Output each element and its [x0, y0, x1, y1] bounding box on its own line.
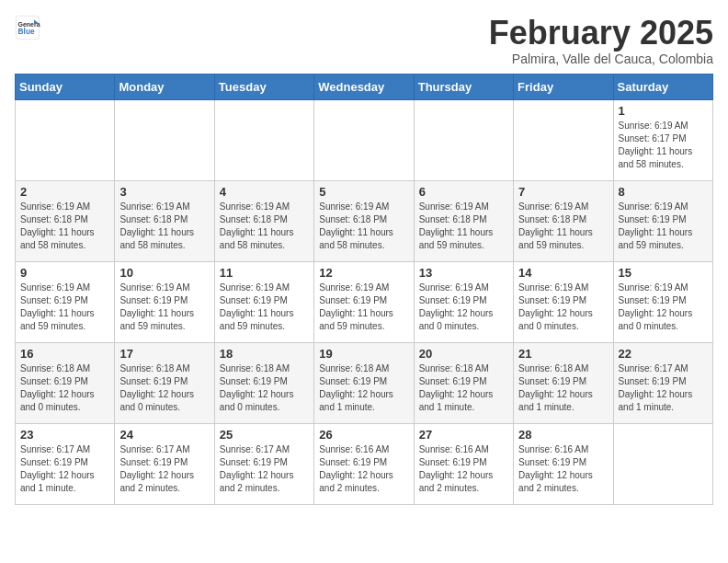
- calendar-subtitle: Palmira, Valle del Cauca, Colombia: [489, 52, 713, 66]
- logo: General Blue: [15, 15, 40, 40]
- calendar-cell: 17Sunrise: 6:18 AM Sunset: 6:19 PM Dayli…: [115, 342, 214, 423]
- weekday-header-thursday: Thursday: [414, 74, 513, 99]
- svg-text:Blue: Blue: [18, 27, 35, 36]
- day-info: Sunrise: 6:19 AM Sunset: 6:19 PM Dayligh…: [220, 282, 309, 333]
- calendar-cell: 13Sunrise: 6:19 AM Sunset: 6:19 PM Dayli…: [414, 261, 513, 342]
- day-info: Sunrise: 6:17 AM Sunset: 6:19 PM Dayligh…: [619, 362, 708, 414]
- calendar-cell: 27Sunrise: 6:16 AM Sunset: 6:19 PM Dayli…: [414, 423, 513, 504]
- day-number: 21: [518, 347, 608, 361]
- day-number: 11: [220, 266, 309, 280]
- day-number: 7: [518, 185, 608, 199]
- calendar-cell: [16, 99, 115, 180]
- day-info: Sunrise: 6:16 AM Sunset: 6:19 PM Dayligh…: [518, 443, 608, 495]
- day-info: Sunrise: 6:18 AM Sunset: 6:19 PM Dayligh…: [319, 362, 408, 414]
- day-number: 6: [419, 185, 508, 199]
- page-header: General Blue February 2025 Palmira, Vall…: [15, 15, 713, 66]
- day-number: 2: [20, 185, 109, 199]
- day-number: 19: [319, 347, 408, 361]
- day-number: 26: [319, 428, 408, 442]
- weekday-header-tuesday: Tuesday: [214, 74, 313, 99]
- week-row-2: 2Sunrise: 6:19 AM Sunset: 6:18 PM Daylig…: [16, 180, 713, 261]
- day-info: Sunrise: 6:19 AM Sunset: 6:18 PM Dayligh…: [20, 201, 109, 252]
- calendar-cell: [613, 423, 712, 504]
- day-info: Sunrise: 6:19 AM Sunset: 6:19 PM Dayligh…: [619, 282, 708, 333]
- weekday-header-wednesday: Wednesday: [314, 74, 414, 99]
- week-row-3: 9Sunrise: 6:19 AM Sunset: 6:19 PM Daylig…: [16, 261, 713, 342]
- day-info: Sunrise: 6:17 AM Sunset: 6:19 PM Dayligh…: [119, 443, 209, 495]
- calendar-cell: 25Sunrise: 6:17 AM Sunset: 6:19 PM Dayli…: [214, 423, 313, 504]
- day-number: 25: [220, 428, 309, 442]
- weekday-header-friday: Friday: [514, 74, 613, 99]
- day-info: Sunrise: 6:18 AM Sunset: 6:19 PM Dayligh…: [518, 362, 608, 414]
- day-number: 15: [619, 266, 708, 280]
- day-number: 24: [119, 428, 209, 442]
- calendar-cell: 20Sunrise: 6:18 AM Sunset: 6:19 PM Dayli…: [414, 342, 513, 423]
- calendar-cell: 10Sunrise: 6:19 AM Sunset: 6:19 PM Dayli…: [115, 261, 214, 342]
- weekday-header-monday: Monday: [115, 74, 214, 99]
- day-number: 18: [220, 347, 309, 361]
- calendar-cell: 24Sunrise: 6:17 AM Sunset: 6:19 PM Dayli…: [115, 423, 214, 504]
- day-number: 14: [518, 266, 608, 280]
- day-number: 22: [619, 347, 708, 361]
- calendar-cell: 22Sunrise: 6:17 AM Sunset: 6:19 PM Dayli…: [613, 342, 712, 423]
- day-number: 3: [119, 185, 209, 199]
- calendar-cell: 26Sunrise: 6:16 AM Sunset: 6:19 PM Dayli…: [314, 423, 414, 504]
- day-number: 23: [20, 428, 109, 442]
- day-info: Sunrise: 6:19 AM Sunset: 6:19 PM Dayligh…: [419, 282, 508, 333]
- calendar-cell: 15Sunrise: 6:19 AM Sunset: 6:19 PM Dayli…: [613, 261, 712, 342]
- day-number: 28: [518, 428, 608, 442]
- day-number: 1: [619, 104, 708, 118]
- week-row-4: 16Sunrise: 6:18 AM Sunset: 6:19 PM Dayli…: [16, 342, 713, 423]
- day-info: Sunrise: 6:18 AM Sunset: 6:19 PM Dayligh…: [220, 362, 309, 414]
- week-row-1: 1Sunrise: 6:19 AM Sunset: 6:17 PM Daylig…: [16, 99, 713, 180]
- calendar-cell: [115, 99, 214, 180]
- day-number: 4: [220, 185, 309, 199]
- calendar-cell: 8Sunrise: 6:19 AM Sunset: 6:19 PM Daylig…: [613, 180, 712, 261]
- calendar-cell: 6Sunrise: 6:19 AM Sunset: 6:18 PM Daylig…: [414, 180, 513, 261]
- day-number: 17: [119, 347, 209, 361]
- logo-icon: General Blue: [15, 15, 40, 40]
- day-number: 12: [319, 266, 408, 280]
- day-number: 10: [119, 266, 209, 280]
- day-number: 20: [419, 347, 508, 361]
- calendar-cell: [514, 99, 613, 180]
- calendar-cell: 9Sunrise: 6:19 AM Sunset: 6:19 PM Daylig…: [16, 261, 115, 342]
- day-info: Sunrise: 6:19 AM Sunset: 6:19 PM Dayligh…: [319, 282, 408, 333]
- title-block: February 2025 Palmira, Valle del Cauca, …: [489, 15, 713, 66]
- calendar-cell: 2Sunrise: 6:19 AM Sunset: 6:18 PM Daylig…: [16, 180, 115, 261]
- day-number: 16: [20, 347, 109, 361]
- calendar-cell: [314, 99, 414, 180]
- day-info: Sunrise: 6:19 AM Sunset: 6:18 PM Dayligh…: [220, 201, 309, 252]
- day-info: Sunrise: 6:19 AM Sunset: 6:17 PM Dayligh…: [619, 120, 708, 171]
- day-info: Sunrise: 6:19 AM Sunset: 6:19 PM Dayligh…: [518, 282, 608, 333]
- day-number: 8: [619, 185, 708, 199]
- day-info: Sunrise: 6:19 AM Sunset: 6:18 PM Dayligh…: [119, 201, 209, 252]
- day-info: Sunrise: 6:19 AM Sunset: 6:18 PM Dayligh…: [419, 201, 508, 252]
- calendar-cell: 14Sunrise: 6:19 AM Sunset: 6:19 PM Dayli…: [514, 261, 613, 342]
- day-info: Sunrise: 6:19 AM Sunset: 6:18 PM Dayligh…: [319, 201, 408, 252]
- calendar-cell: 16Sunrise: 6:18 AM Sunset: 6:19 PM Dayli…: [16, 342, 115, 423]
- calendar-cell: 4Sunrise: 6:19 AM Sunset: 6:18 PM Daylig…: [214, 180, 313, 261]
- day-number: 9: [20, 266, 109, 280]
- day-info: Sunrise: 6:19 AM Sunset: 6:19 PM Dayligh…: [119, 282, 209, 333]
- weekday-header-row: SundayMondayTuesdayWednesdayThursdayFrid…: [16, 74, 713, 99]
- weekday-header-saturday: Saturday: [613, 74, 712, 99]
- day-info: Sunrise: 6:16 AM Sunset: 6:19 PM Dayligh…: [319, 443, 408, 495]
- calendar-cell: 28Sunrise: 6:16 AM Sunset: 6:19 PM Dayli…: [514, 423, 613, 504]
- day-number: 13: [419, 266, 508, 280]
- day-info: Sunrise: 6:19 AM Sunset: 6:19 PM Dayligh…: [619, 201, 708, 252]
- calendar-cell: 5Sunrise: 6:19 AM Sunset: 6:18 PM Daylig…: [314, 180, 414, 261]
- day-info: Sunrise: 6:19 AM Sunset: 6:18 PM Dayligh…: [518, 201, 608, 252]
- calendar-cell: 3Sunrise: 6:19 AM Sunset: 6:18 PM Daylig…: [115, 180, 214, 261]
- day-info: Sunrise: 6:19 AM Sunset: 6:19 PM Dayligh…: [20, 282, 109, 333]
- calendar-cell: 12Sunrise: 6:19 AM Sunset: 6:19 PM Dayli…: [314, 261, 414, 342]
- calendar-table: SundayMondayTuesdayWednesdayThursdayFrid…: [15, 74, 713, 505]
- day-number: 27: [419, 428, 508, 442]
- day-info: Sunrise: 6:18 AM Sunset: 6:19 PM Dayligh…: [20, 362, 109, 414]
- day-info: Sunrise: 6:18 AM Sunset: 6:19 PM Dayligh…: [419, 362, 508, 414]
- calendar-cell: 18Sunrise: 6:18 AM Sunset: 6:19 PM Dayli…: [214, 342, 313, 423]
- calendar-cell: 11Sunrise: 6:19 AM Sunset: 6:19 PM Dayli…: [214, 261, 313, 342]
- calendar-cell: [214, 99, 313, 180]
- day-number: 5: [319, 185, 408, 199]
- calendar-title: February 2025: [489, 15, 713, 52]
